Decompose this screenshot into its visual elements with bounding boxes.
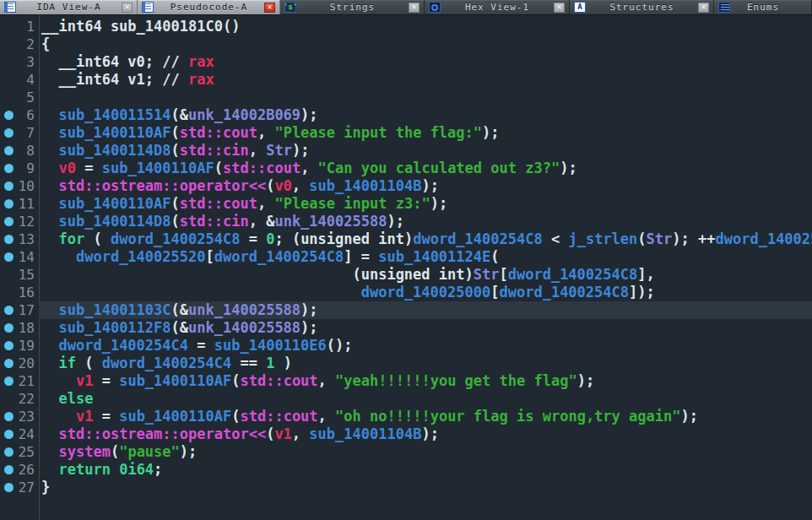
- tab-pseudocode-a[interactable]: Pseudocode-A✕: [138, 0, 280, 14]
- breakpoint-gutter[interactable]: [0, 89, 17, 106]
- breakpoint-dot[interactable]: [0, 408, 17, 425]
- code-line[interactable]: 27}: [0, 479, 812, 496]
- breakpoint-gutter[interactable]: [0, 266, 17, 284]
- code-line[interactable]: 15 (unsigned int)Str[dword_1400254C8],: [0, 266, 812, 284]
- token: );: [421, 425, 438, 442]
- code-line[interactable]: 8 sub_1400114D8(std::cin, Str);: [0, 142, 812, 160]
- tab-ida-view-a[interactable]: IDA View-A✕: [0, 0, 138, 14]
- line-number: 13: [17, 230, 39, 248]
- token: (&: [171, 106, 188, 123]
- tab-bar: IDA View-A✕Pseudocode-A✕'s'Strings✕Hex V…: [0, 0, 812, 15]
- breakpoint-dot[interactable]: [0, 248, 17, 266]
- tab-hex-view-1[interactable]: Hex View-1✕: [425, 0, 570, 14]
- breakpoint-dot[interactable]: [0, 177, 17, 195]
- breakpoint-gutter[interactable]: [0, 390, 17, 408]
- token: (&: [171, 301, 188, 318]
- code-line[interactable]: 26 return 0i64;: [0, 461, 812, 479]
- code-line[interactable]: 2{: [0, 35, 812, 53]
- token: );: [300, 106, 317, 123]
- code-line[interactable]: 23 v1 = sub_1400110AF(std::cout, "oh no!…: [0, 408, 812, 425]
- code-line[interactable]: 3 __int64 v0; // rax: [0, 53, 812, 71]
- token: [41, 106, 58, 123]
- close-icon[interactable]: ✕: [554, 3, 565, 13]
- breakpoint-dot[interactable]: [0, 355, 17, 372]
- code-line[interactable]: 19 dword_1400254C4 = sub_1400110E6();: [0, 337, 812, 355]
- token: sub_14001124E: [378, 248, 490, 265]
- token: (unsigned int): [41, 266, 474, 283]
- token: rax: [188, 71, 214, 88]
- breakpoint-dot[interactable]: [0, 372, 17, 390]
- close-icon[interactable]: ✕: [264, 3, 275, 13]
- token: j_strlen: [568, 230, 637, 247]
- code-line[interactable]: 16 dword_140025000[dword_1400254C8]);: [0, 284, 812, 301]
- code-line[interactable]: 7 sub_1400110AF(std::cout, "Please input…: [0, 124, 812, 142]
- code-line[interactable]: 17 sub_14001103C(&unk_140025588);: [0, 301, 812, 319]
- breakpoint-dot[interactable]: [0, 319, 17, 337]
- line-number: 14: [17, 248, 39, 266]
- token: (: [266, 425, 274, 442]
- breakpoint-dot[interactable]: [0, 213, 17, 230]
- code-line[interactable]: 6 sub_140011514(&unk_14002B069);: [0, 106, 812, 124]
- code-line[interactable]: 13 for ( dword_1400254C8 = 0; (unsigned …: [0, 230, 812, 248]
- tab-strings[interactable]: 's'Strings✕: [280, 0, 425, 14]
- code-line[interactable]: 4 __int64 v1; // rax: [0, 71, 812, 89]
- breakpoint-dot[interactable]: [0, 337, 17, 355]
- code-text: v1 = sub_1400110AF(std::cout, "oh no!!!!…: [39, 408, 698, 425]
- line-number: 2: [17, 35, 39, 53]
- code-line[interactable]: 12 sub_1400114D8(std::cin, &unk_14002558…: [0, 213, 812, 230]
- code-text: dword_140025520[dword_1400254C8] = sub_1…: [39, 248, 500, 266]
- breakpoint-dot[interactable]: [0, 301, 17, 319]
- token: dword_1400254C8: [499, 284, 629, 301]
- breakpoint-dot[interactable]: [0, 479, 17, 496]
- code-line[interactable]: 5: [0, 89, 812, 106]
- token: std::cin: [180, 142, 249, 159]
- breakpoint-dot[interactable]: [0, 461, 17, 479]
- tab-structures[interactable]: AStructures✕: [570, 0, 714, 14]
- token: =: [93, 372, 119, 389]
- code-line[interactable]: 22 else: [0, 390, 812, 408]
- close-icon[interactable]: ✕: [698, 3, 709, 13]
- breakpoint-gutter[interactable]: [0, 18, 17, 35]
- breakpoint-dot[interactable]: [0, 106, 17, 124]
- enums-list-icon: [718, 2, 730, 13]
- pseudocode-editor[interactable]: 1__int64 sub_1400181C0()2{3 __int64 v0; …: [0, 15, 812, 519]
- code-line[interactable]: 18 sub_1400112F8(&unk_140025588);: [0, 319, 812, 337]
- token: (: [171, 213, 180, 230]
- breakpoint-dot[interactable]: [0, 443, 17, 461]
- code-text: sub_1400114D8(std::cin, &unk_140025588);: [39, 213, 404, 230]
- tab-enums[interactable]: Enums✕: [714, 0, 812, 14]
- token: sub_1400110AF: [58, 195, 171, 212]
- code-line[interactable]: 14 dword_140025520[dword_1400254C8] = su…: [0, 248, 812, 266]
- breakpoint-dot[interactable]: [0, 425, 17, 443]
- close-icon[interactable]: ✕: [409, 3, 420, 13]
- code-line[interactable]: 20 if ( dword_1400254C4 == 1 ): [0, 355, 812, 372]
- breakpoint-gutter[interactable]: [0, 71, 17, 89]
- tab-label: Pseudocode-A: [155, 2, 263, 13]
- breakpoint-dot[interactable]: [0, 142, 17, 160]
- breakpoint-gutter[interactable]: [0, 35, 17, 53]
- token: [41, 372, 76, 389]
- token: [41, 443, 58, 460]
- breakpoint-dot[interactable]: [0, 124, 17, 142]
- token: );: [560, 160, 577, 176]
- breakpoint-dot[interactable]: [0, 195, 17, 213]
- code-text: std::ostream::operator<<(v0, sub_1400110…: [39, 177, 439, 195]
- code-line[interactable]: 9 v0 = sub_1400110AF(std::cout, "Can you…: [0, 160, 812, 177]
- breakpoint-gutter[interactable]: [0, 53, 17, 71]
- token: std::cout: [223, 160, 300, 176]
- token: sub_1400110AF: [119, 372, 231, 389]
- code-line[interactable]: 10 std::ostream::operator<<(v0, sub_1400…: [0, 177, 812, 195]
- token: rax: [188, 53, 214, 70]
- close-icon[interactable]: ✕: [122, 3, 133, 13]
- code-line[interactable]: 24 std::ostream::operator<<(v1, sub_1400…: [0, 425, 812, 443]
- breakpoint-dot[interactable]: [0, 230, 17, 248]
- breakpoint-gutter[interactable]: [0, 284, 17, 301]
- breakpoint-dot[interactable]: [0, 160, 17, 177]
- code-line[interactable]: 11 sub_1400110AF(std::cout, "Please inpu…: [0, 195, 812, 213]
- line-number: 21: [17, 372, 39, 390]
- code-line[interactable]: 21 v1 = sub_1400110AF(std::cout, "yeah!!…: [0, 372, 812, 390]
- code-text: if ( dword_1400254C4 == 1 ): [39, 355, 292, 372]
- code-line[interactable]: 1__int64 sub_1400181C0(): [0, 18, 812, 35]
- code-line[interactable]: 25 system("pause");: [0, 443, 812, 461]
- token: sub_14001104B: [309, 177, 421, 194]
